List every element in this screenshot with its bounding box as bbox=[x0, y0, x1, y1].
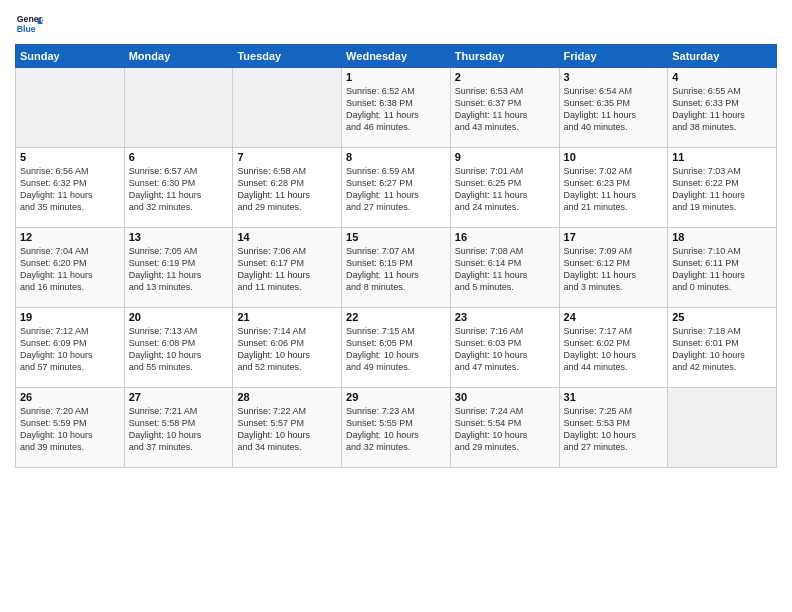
day-info-line: Daylight: 10 hours bbox=[564, 429, 664, 441]
day-info-line: and 37 minutes. bbox=[129, 441, 229, 453]
day-info-line: Sunrise: 7:25 AM bbox=[564, 405, 664, 417]
day-number: 18 bbox=[672, 231, 772, 243]
day-info-line: Sunset: 6:02 PM bbox=[564, 337, 664, 349]
day-number: 19 bbox=[20, 311, 120, 323]
table-row: 30Sunrise: 7:24 AMSunset: 5:54 PMDayligh… bbox=[450, 388, 559, 468]
day-info-line: Sunset: 6:32 PM bbox=[20, 177, 120, 189]
day-info-line: Daylight: 10 hours bbox=[564, 349, 664, 361]
table-row: 7Sunrise: 6:58 AMSunset: 6:28 PMDaylight… bbox=[233, 148, 342, 228]
day-info-line: Daylight: 11 hours bbox=[672, 109, 772, 121]
day-number: 3 bbox=[564, 71, 664, 83]
day-number: 7 bbox=[237, 151, 337, 163]
day-number: 17 bbox=[564, 231, 664, 243]
day-info-line: Sunrise: 6:54 AM bbox=[564, 85, 664, 97]
day-info-line: Sunrise: 6:55 AM bbox=[672, 85, 772, 97]
day-info-line: and 13 minutes. bbox=[129, 281, 229, 293]
day-info-line: Daylight: 11 hours bbox=[20, 269, 120, 281]
day-info-line: Sunset: 6:28 PM bbox=[237, 177, 337, 189]
day-info-line: and 3 minutes. bbox=[564, 281, 664, 293]
day-info-line: and 16 minutes. bbox=[20, 281, 120, 293]
table-row: 9Sunrise: 7:01 AMSunset: 6:25 PMDaylight… bbox=[450, 148, 559, 228]
day-info-line: and 35 minutes. bbox=[20, 201, 120, 213]
day-info-line: Sunrise: 6:52 AM bbox=[346, 85, 446, 97]
day-info-line: Sunrise: 7:07 AM bbox=[346, 245, 446, 257]
day-info-line: Daylight: 10 hours bbox=[455, 349, 555, 361]
table-row: 1Sunrise: 6:52 AMSunset: 6:38 PMDaylight… bbox=[342, 68, 451, 148]
day-number: 16 bbox=[455, 231, 555, 243]
table-row: 17Sunrise: 7:09 AMSunset: 6:12 PMDayligh… bbox=[559, 228, 668, 308]
day-info-line: and 32 minutes. bbox=[129, 201, 229, 213]
day-info-line: Sunset: 6:11 PM bbox=[672, 257, 772, 269]
day-number: 2 bbox=[455, 71, 555, 83]
day-number: 6 bbox=[129, 151, 229, 163]
logo: General Blue bbox=[15, 10, 47, 38]
day-info-line: Daylight: 11 hours bbox=[564, 109, 664, 121]
day-info-line: Sunrise: 7:20 AM bbox=[20, 405, 120, 417]
table-row: 23Sunrise: 7:16 AMSunset: 6:03 PMDayligh… bbox=[450, 308, 559, 388]
table-row: 21Sunrise: 7:14 AMSunset: 6:06 PMDayligh… bbox=[233, 308, 342, 388]
day-info-line: Sunset: 6:12 PM bbox=[564, 257, 664, 269]
day-number: 23 bbox=[455, 311, 555, 323]
header-friday: Friday bbox=[559, 45, 668, 68]
table-row: 28Sunrise: 7:22 AMSunset: 5:57 PMDayligh… bbox=[233, 388, 342, 468]
day-info-line: and 24 minutes. bbox=[455, 201, 555, 213]
day-number: 13 bbox=[129, 231, 229, 243]
day-info-line: Daylight: 10 hours bbox=[237, 429, 337, 441]
day-number: 24 bbox=[564, 311, 664, 323]
day-info-line: Sunrise: 7:14 AM bbox=[237, 325, 337, 337]
calendar-header: Sunday Monday Tuesday Wednesday Thursday… bbox=[16, 45, 777, 68]
table-row: 16Sunrise: 7:08 AMSunset: 6:14 PMDayligh… bbox=[450, 228, 559, 308]
table-row: 4Sunrise: 6:55 AMSunset: 6:33 PMDaylight… bbox=[668, 68, 777, 148]
day-info-line: Daylight: 10 hours bbox=[20, 349, 120, 361]
day-number: 4 bbox=[672, 71, 772, 83]
table-row: 12Sunrise: 7:04 AMSunset: 6:20 PMDayligh… bbox=[16, 228, 125, 308]
day-info-line: Daylight: 10 hours bbox=[20, 429, 120, 441]
day-info-line: Daylight: 11 hours bbox=[20, 189, 120, 201]
header-monday: Monday bbox=[124, 45, 233, 68]
table-row: 19Sunrise: 7:12 AMSunset: 6:09 PMDayligh… bbox=[16, 308, 125, 388]
day-info-line: Sunrise: 7:12 AM bbox=[20, 325, 120, 337]
day-info-line: and 27 minutes. bbox=[346, 201, 446, 213]
day-info-line: and 27 minutes. bbox=[564, 441, 664, 453]
header-saturday: Saturday bbox=[668, 45, 777, 68]
day-info-line: Sunrise: 7:17 AM bbox=[564, 325, 664, 337]
header-sunday: Sunday bbox=[16, 45, 125, 68]
day-info-line: Sunset: 5:54 PM bbox=[455, 417, 555, 429]
table-row: 5Sunrise: 6:56 AMSunset: 6:32 PMDaylight… bbox=[16, 148, 125, 228]
table-row: 14Sunrise: 7:06 AMSunset: 6:17 PMDayligh… bbox=[233, 228, 342, 308]
day-info-line: Daylight: 11 hours bbox=[237, 189, 337, 201]
day-number: 10 bbox=[564, 151, 664, 163]
page-container: General Blue Sunday Monday Tuesday Wedne… bbox=[0, 0, 792, 473]
day-info-line: Sunset: 6:15 PM bbox=[346, 257, 446, 269]
table-row: 24Sunrise: 7:17 AMSunset: 6:02 PMDayligh… bbox=[559, 308, 668, 388]
day-info-line: and 49 minutes. bbox=[346, 361, 446, 373]
table-row: 15Sunrise: 7:07 AMSunset: 6:15 PMDayligh… bbox=[342, 228, 451, 308]
day-info-line: and 55 minutes. bbox=[129, 361, 229, 373]
day-info-line: Sunrise: 7:01 AM bbox=[455, 165, 555, 177]
day-info-line: Sunrise: 7:23 AM bbox=[346, 405, 446, 417]
day-info-line: Sunrise: 6:59 AM bbox=[346, 165, 446, 177]
table-row: 27Sunrise: 7:21 AMSunset: 5:58 PMDayligh… bbox=[124, 388, 233, 468]
day-info-line: Sunrise: 7:08 AM bbox=[455, 245, 555, 257]
day-info-line: Daylight: 11 hours bbox=[237, 269, 337, 281]
day-number: 25 bbox=[672, 311, 772, 323]
day-number: 12 bbox=[20, 231, 120, 243]
header-tuesday: Tuesday bbox=[233, 45, 342, 68]
day-number: 8 bbox=[346, 151, 446, 163]
table-row: 22Sunrise: 7:15 AMSunset: 6:05 PMDayligh… bbox=[342, 308, 451, 388]
day-info-line: Sunrise: 6:58 AM bbox=[237, 165, 337, 177]
day-number: 22 bbox=[346, 311, 446, 323]
day-info-line: Sunset: 6:30 PM bbox=[129, 177, 229, 189]
day-info-line: Sunrise: 7:16 AM bbox=[455, 325, 555, 337]
day-info-line: Sunset: 5:57 PM bbox=[237, 417, 337, 429]
day-info-line: Daylight: 11 hours bbox=[455, 269, 555, 281]
table-row bbox=[124, 68, 233, 148]
day-info-line: and 38 minutes. bbox=[672, 121, 772, 133]
day-info-line: and 52 minutes. bbox=[237, 361, 337, 373]
table-row: 13Sunrise: 7:05 AMSunset: 6:19 PMDayligh… bbox=[124, 228, 233, 308]
table-row: 31Sunrise: 7:25 AMSunset: 5:53 PMDayligh… bbox=[559, 388, 668, 468]
day-info-line: Daylight: 10 hours bbox=[129, 429, 229, 441]
day-number: 26 bbox=[20, 391, 120, 403]
day-info-line: and 44 minutes. bbox=[564, 361, 664, 373]
day-info-line: Daylight: 10 hours bbox=[672, 349, 772, 361]
